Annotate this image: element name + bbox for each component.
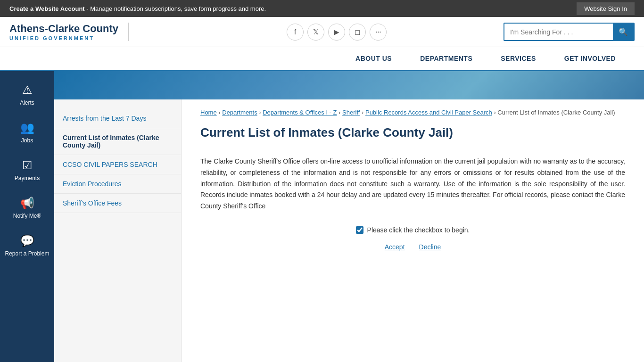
jobs-icon: 👥 bbox=[20, 121, 34, 134]
checkbox-area: Please click the checkbox to begin. bbox=[200, 226, 625, 234]
begin-checkbox[interactable] bbox=[356, 226, 363, 234]
youtube-icon[interactable]: ▶ bbox=[328, 24, 345, 41]
logo: Athens-Clarke County UNIFIED GOVERNMENT bbox=[9, 23, 129, 41]
page-title: Current List of Inmates (Clarke County J… bbox=[200, 125, 625, 145]
side-nav-fees[interactable]: Sheriff's Office Fees bbox=[54, 194, 181, 213]
breadcrumb-current: Current List of Inmates (Clarke County J… bbox=[497, 109, 615, 116]
top-banner: Create a Website Account - Manage notifi… bbox=[0, 0, 644, 17]
org-sub: UNIFIED GOVERNMENT bbox=[9, 35, 118, 41]
side-nav-civil-papers[interactable]: CCSO CIVIL PAPERS SEARCH bbox=[54, 155, 181, 174]
instagram-icon[interactable]: ◻ bbox=[349, 24, 366, 41]
nav-services[interactable]: SERVICES bbox=[487, 47, 550, 70]
hero-banner bbox=[54, 71, 644, 99]
accept-link[interactable]: Accept bbox=[385, 243, 405, 251]
banner-dash: - bbox=[85, 5, 91, 12]
logo-area: Athens-Clarke County UNIFIED GOVERNMENT bbox=[9, 23, 170, 41]
social-icons: f 𝕏 ▶ ◻ ··· bbox=[179, 24, 494, 41]
sidebar-report-label: Report a Problem bbox=[5, 250, 49, 257]
breadcrumb-departments[interactable]: Departments bbox=[222, 109, 257, 116]
alerts-icon: ⚠ bbox=[22, 83, 33, 97]
search-area: 🔍 bbox=[504, 23, 635, 41]
sidebar-notify-label: Notify Me® bbox=[13, 213, 41, 219]
sidebar-item-payments[interactable]: ☑ Payments bbox=[0, 151, 54, 189]
left-sidebar: ⚠ Alerts 👥 Jobs ☑ Payments 📢 Notify Me® … bbox=[0, 71, 54, 362]
sign-in-button[interactable]: Website Sign In bbox=[577, 2, 635, 15]
header: Athens-Clarke County UNIFIED GOVERNMENT … bbox=[0, 17, 644, 47]
side-nav-eviction[interactable]: Eviction Procedures bbox=[54, 174, 181, 194]
org-name: Athens-Clarke County bbox=[9, 23, 118, 35]
page-layout: ⚠ Alerts 👥 Jobs ☑ Payments 📢 Notify Me® … bbox=[0, 71, 644, 362]
notify-icon: 📢 bbox=[20, 197, 34, 210]
sidebar-item-alerts[interactable]: ⚠ Alerts bbox=[0, 76, 54, 114]
side-nav-current-inmates[interactable]: Current List of Inmates (Clarke County J… bbox=[54, 128, 181, 155]
main-nav: ABOUT US DEPARTMENTS SERVICES GET INVOLV… bbox=[0, 47, 644, 71]
sidebar-alerts-label: Alerts bbox=[20, 99, 34, 106]
banner-create-account: Create a Website Account bbox=[9, 5, 85, 12]
more-social-icon[interactable]: ··· bbox=[370, 24, 387, 41]
nav-about-us[interactable]: ABOUT US bbox=[341, 47, 406, 70]
sidebar-payments-label: Payments bbox=[15, 175, 40, 181]
banner-subtext: Manage notification subscriptions, save … bbox=[90, 5, 266, 12]
search-button[interactable]: 🔍 bbox=[613, 24, 634, 40]
facebook-icon[interactable]: f bbox=[287, 24, 304, 41]
sidebar-jobs-label: Jobs bbox=[21, 137, 33, 144]
side-nav: Arrests from the Last 7 Days Current Lis… bbox=[54, 99, 182, 362]
nav-departments[interactable]: DEPARTMENTS bbox=[406, 47, 487, 70]
report-icon: 💬 bbox=[20, 234, 34, 247]
sidebar-item-report[interactable]: 💬 Report a Problem bbox=[0, 227, 54, 264]
payments-icon: ☑ bbox=[22, 159, 33, 172]
side-nav-arrests[interactable]: Arrests from the Last 7 Days bbox=[54, 109, 181, 128]
content-wrapper: Arrests from the Last 7 Days Current Lis… bbox=[54, 71, 644, 362]
breadcrumb-offices[interactable]: Departments & Offices I - Z bbox=[263, 109, 337, 116]
page-description: The Clarke County Sheriff's Office offer… bbox=[200, 156, 625, 212]
content-body: Arrests from the Last 7 Days Current Lis… bbox=[54, 99, 644, 362]
twitter-icon[interactable]: 𝕏 bbox=[307, 24, 324, 41]
breadcrumb: Home › Departments › Departments & Offic… bbox=[200, 109, 625, 116]
banner-text: Create a Website Account - Manage notifi… bbox=[9, 5, 577, 12]
breadcrumb-public-records[interactable]: Public Records Access and Civil Paper Se… bbox=[365, 109, 492, 116]
decline-link[interactable]: Decline bbox=[419, 243, 441, 251]
nav-get-involved[interactable]: GET INVOLVED bbox=[550, 47, 630, 70]
search-input[interactable] bbox=[504, 25, 613, 40]
checkbox-label: Please click the checkbox to begin. bbox=[367, 226, 470, 234]
action-links: Accept Decline bbox=[200, 243, 625, 251]
breadcrumb-home[interactable]: Home bbox=[200, 109, 217, 116]
sidebar-item-notify[interactable]: 📢 Notify Me® bbox=[0, 189, 54, 227]
breadcrumb-sheriff[interactable]: Sheriff bbox=[342, 109, 360, 116]
sidebar-item-jobs[interactable]: 👥 Jobs bbox=[0, 114, 54, 151]
main-content: Home › Departments › Departments & Offic… bbox=[182, 99, 644, 362]
